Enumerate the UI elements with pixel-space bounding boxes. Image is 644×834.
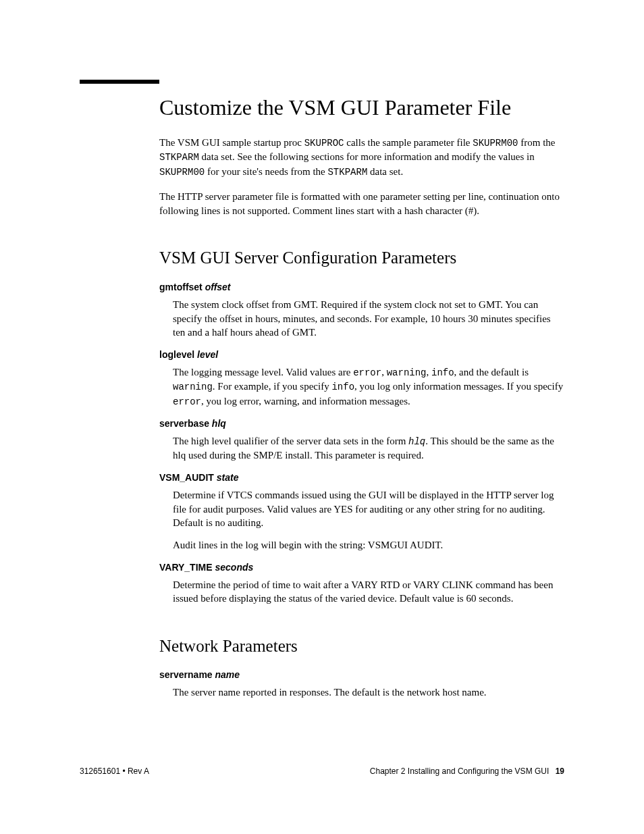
section-rule bbox=[80, 80, 159, 84]
param-description: The server name reported in responses. T… bbox=[173, 685, 564, 700]
param-arg: hlq bbox=[212, 418, 226, 429]
page: Customize the VSM GUI Parameter File The… bbox=[0, 0, 644, 834]
page-footer: 312651601 • Rev A Chapter 2 Installing a… bbox=[80, 766, 564, 776]
param-description: The high level qualifier of the server d… bbox=[173, 434, 564, 463]
param-description: The system clock offset from GMT. Requir… bbox=[173, 298, 564, 340]
param-heading: VARY_TIME seconds bbox=[159, 562, 564, 573]
param-heading: gmtoffset offset bbox=[159, 282, 564, 292]
body-paragraph: The HTTP server parameter file is format… bbox=[159, 190, 564, 217]
param-name: servername bbox=[159, 669, 215, 680]
param-arg: seconds bbox=[215, 562, 253, 573]
section-heading: Network Parameters bbox=[159, 635, 564, 658]
param-heading: loglevel level bbox=[159, 349, 564, 360]
sections-block: VSM GUI Server Configuration Parametersg… bbox=[159, 247, 564, 700]
footer-page-number: 19 bbox=[556, 766, 564, 776]
param-description: Determine if VTCS commands issued using … bbox=[173, 488, 564, 530]
param-description: Determine the period of time to wait aft… bbox=[173, 578, 564, 606]
param-heading: servername name bbox=[159, 669, 564, 680]
param-description: Audit lines in the log will begin with t… bbox=[173, 538, 564, 552]
param-name: VARY_TIME bbox=[159, 562, 215, 573]
param-arg: name bbox=[215, 669, 240, 680]
param-heading: VSM_AUDIT state bbox=[159, 472, 564, 483]
page-title: Customize the VSM GUI Parameter File bbox=[159, 94, 564, 121]
section-heading: VSM GUI Server Configuration Parameters bbox=[159, 247, 564, 269]
param-name: loglevel bbox=[159, 349, 197, 360]
footer-doc-id: 312651601 • Rev A bbox=[80, 766, 149, 776]
param-arg: level bbox=[197, 349, 218, 360]
param-name: gmtoffset bbox=[159, 282, 205, 292]
footer-chapter-text: Chapter 2 Installing and Configuring the… bbox=[370, 766, 549, 776]
param-name: serverbase bbox=[159, 418, 212, 429]
body-paragraph: The VSM GUI sample startup proc SKUPROC … bbox=[159, 136, 564, 179]
param-name: VSM_AUDIT bbox=[159, 472, 217, 483]
param-description: The logging message level. Valid values … bbox=[173, 365, 564, 409]
param-heading: serverbase hlq bbox=[159, 418, 564, 429]
param-arg: state bbox=[217, 472, 239, 483]
footer-chapter: Chapter 2 Installing and Configuring the… bbox=[370, 766, 564, 776]
intro-block: The VSM GUI sample startup proc SKUPROC … bbox=[159, 136, 564, 217]
param-arg: offset bbox=[205, 282, 231, 292]
